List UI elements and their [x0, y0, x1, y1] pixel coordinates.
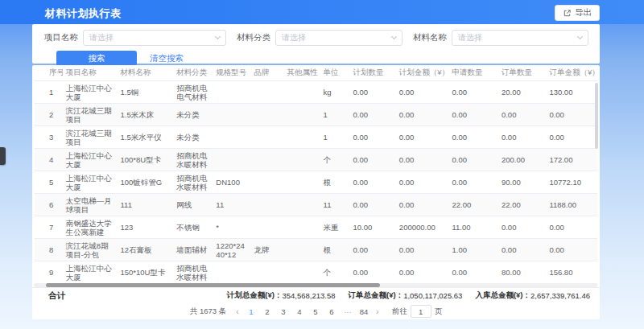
- table-cell: 墙面辅材: [173, 239, 213, 261]
- order-total: 订单总金额(¥)： 1,050,117,025.63: [349, 290, 463, 301]
- column-header: 订单金额（¥）: [546, 65, 597, 81]
- project-select[interactable]: 请选择: [83, 30, 226, 46]
- table-cell: 0.00: [448, 104, 497, 126]
- page-button[interactable]: 5: [310, 306, 321, 317]
- total-count: 共 1673 条: [190, 306, 226, 317]
- prev-page-button[interactable]: ‹: [234, 307, 241, 316]
- column-header: 计划金额（¥）: [396, 65, 449, 81]
- table-cell: 1188.00: [546, 194, 597, 216]
- next-page-button[interactable]: ›: [374, 307, 381, 316]
- column-header: 申请数量: [448, 65, 497, 81]
- table-cell: 南钢盛达大学生公寓新建: [63, 216, 118, 239]
- category-select[interactable]: 请选择: [275, 30, 402, 46]
- table-cell: 8: [35, 239, 63, 261]
- column-header: 其他属性: [283, 65, 320, 81]
- table-cell: 9: [35, 261, 63, 284]
- table-cell: 156.80: [546, 261, 597, 284]
- table-cell: 90.00: [498, 171, 546, 194]
- category-filter-label: 材料分类: [237, 32, 270, 43]
- table-cell: 1.5铜: [117, 81, 173, 104]
- total-label: 合计: [48, 290, 65, 302]
- table-cell: DN100: [213, 171, 250, 194]
- table-cell: 11: [320, 194, 350, 216]
- results-panel: 序号项目名称材料名称材料分类规格型号品牌其他属性单位计划数量计划金额（¥）申请数…: [32, 65, 600, 319]
- side-handle[interactable]: [0, 147, 6, 165]
- table-cell: 招商机电 水暖材料: [173, 149, 213, 171]
- chevron-down-icon: [391, 34, 397, 39]
- material-select[interactable]: 请选择: [452, 30, 588, 46]
- table-cell: 滨江花城三期项目: [63, 126, 118, 149]
- table-cell: *: [213, 216, 250, 239]
- page-button[interactable]: 3: [278, 306, 289, 317]
- table-cell: 0.00: [349, 126, 395, 149]
- clear-search-link[interactable]: 清空搜索: [150, 53, 184, 64]
- table-cell: 0.00: [498, 126, 546, 149]
- table-cell: 0.00: [349, 149, 395, 171]
- column-header: 计划数量: [349, 65, 395, 81]
- table-cell: [251, 149, 284, 171]
- page-title: 材料计划执行表: [45, 6, 122, 21]
- table-cell: [283, 149, 320, 171]
- table-cell: 123: [117, 216, 173, 239]
- page-button[interactable]: 4: [294, 306, 305, 317]
- table-cell: [251, 81, 284, 104]
- table-cell: [283, 194, 320, 216]
- table-row: 3滨江花城三期项目1.5米水平仪未分类10.000.000.000.000.00: [35, 126, 597, 149]
- page-button[interactable]: 2: [262, 306, 273, 317]
- table-row: 8滨江花城8期项目-分包12石膏板墙面辅材1220*2440*12龙牌根0.00…: [35, 239, 597, 261]
- vertical-scrollbar-thumb[interactable]: [595, 83, 598, 149]
- table-cell: 0.00: [349, 171, 395, 194]
- table-cell: [283, 81, 320, 104]
- table-cell: 个: [320, 149, 350, 171]
- export-icon: [563, 9, 572, 18]
- page-button[interactable]: 6: [326, 306, 337, 317]
- table-cell: 网线: [173, 194, 213, 216]
- table-cell: 0.00: [396, 126, 449, 149]
- filter-panel: 项目名称 请选择 材料分类 请选择 材料名称 请选择 搜索 清空搜索: [32, 24, 600, 64]
- table-cell: 1: [320, 104, 350, 126]
- table-cell: 根: [320, 171, 350, 194]
- chevron-down-icon: [215, 34, 221, 39]
- table-cell: 0.00: [396, 261, 449, 284]
- export-button[interactable]: 导出: [555, 5, 600, 21]
- chevron-down-icon: [577, 34, 583, 39]
- material-filter-label: 材料名称: [413, 32, 447, 43]
- table-cell: [283, 171, 320, 194]
- page-jump-input[interactable]: [411, 305, 431, 318]
- table-cell: 22.00: [498, 194, 546, 216]
- table-cell: 1.00: [448, 239, 497, 261]
- table-cell: [213, 149, 250, 171]
- table-cell: 0.00: [546, 104, 597, 126]
- table-cell: 0.00: [396, 194, 449, 216]
- table-cell: 172.00: [546, 149, 597, 171]
- table-cell: 1220*2440*12: [213, 239, 250, 261]
- table-cell: 11.00: [448, 216, 497, 239]
- column-header: 单位: [320, 65, 350, 81]
- table-cell: 200.00: [498, 149, 546, 171]
- search-button[interactable]: 搜索: [56, 51, 137, 66]
- order-total-label: 订单总金额(¥)：: [349, 290, 404, 301]
- column-header: 项目名称: [63, 65, 118, 81]
- page-button[interactable]: 1: [246, 306, 257, 317]
- inbound-total-label: 入库总金额(¥)：: [475, 290, 530, 301]
- page-button[interactable]: 84: [358, 306, 369, 317]
- table-cell: 招商机电 水暖材料: [173, 171, 213, 194]
- table-cell: 0.00: [396, 239, 449, 261]
- table-cell: [251, 171, 284, 194]
- table-cell: 0.00: [546, 126, 597, 149]
- table-cell: 0.00: [349, 194, 395, 216]
- page-list: 123456···84: [246, 306, 369, 317]
- table-cell: 6: [35, 194, 63, 216]
- pagination: 共 1673 条 ‹ 123456···84 › 前往 页: [32, 303, 600, 319]
- table-cell: 80.00: [498, 261, 546, 284]
- table-cell: 个: [320, 261, 350, 284]
- plan-total-label: 计划总金额(¥)：: [227, 290, 283, 301]
- table-cell: 0.00: [349, 239, 395, 261]
- plan-total: 计划总金额(¥)： 354,568,213.58: [227, 290, 336, 301]
- column-header: 规格型号: [213, 65, 250, 81]
- table-cell: 7: [35, 216, 63, 239]
- table-cell: 0.00: [396, 171, 449, 194]
- page-ellipsis: ···: [342, 306, 353, 317]
- column-header: 材料名称: [117, 65, 173, 81]
- table-cell: 0.00: [448, 261, 497, 284]
